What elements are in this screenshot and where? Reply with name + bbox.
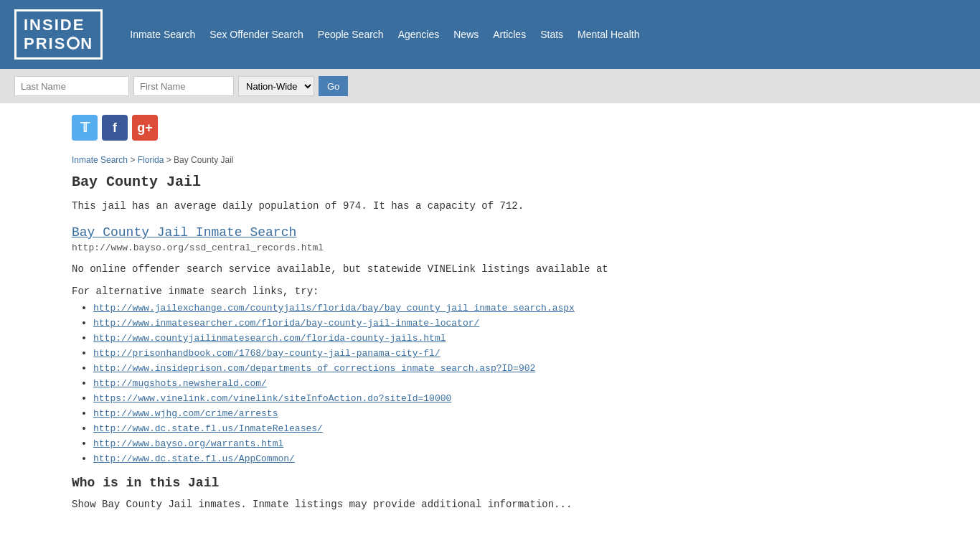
social-icons: 𝕋 f g+: [0, 103, 980, 148]
breadcrumb-current: Bay County Jail: [174, 155, 233, 165]
alt-link-7[interactable]: https://www.vinelink.com/vinelink/siteIn…: [93, 393, 451, 404]
nav-sex-offender-search[interactable]: Sex Offender Search: [204, 26, 308, 43]
inmate-search-url: http://www.bayso.org/ssd_central_records…: [72, 242, 908, 253]
logo-inside-text: INSIDE: [24, 16, 93, 34]
list-item: http://www.dc.state.fl.us/InmateReleases…: [93, 422, 908, 434]
list-item: http://www.bayso.org/warrants.html: [93, 437, 908, 449]
nav-stats[interactable]: Stats: [534, 26, 569, 43]
inmate-search-link[interactable]: Bay County Jail Inmate Search: [72, 225, 296, 240]
main-nav: Inmate Search Sex Offender Search People…: [124, 26, 645, 43]
nav-articles[interactable]: Articles: [487, 26, 532, 43]
googleplus-icon[interactable]: g+: [132, 115, 158, 141]
logo-prison-text: PRISN: [24, 34, 93, 53]
search-go-button[interactable]: Go: [319, 76, 348, 96]
list-item: http://www.inmatesearcher.com/florida/ba…: [93, 316, 908, 329]
list-item: http://www.countyjailinmatesearch.com/fl…: [93, 331, 908, 344]
alt-link-9[interactable]: http://www.dc.state.fl.us/InmateReleases…: [93, 423, 323, 434]
who-section-desc: Show Bay County Jail inmates. Inmate lis…: [72, 497, 908, 512]
alt-link-4[interactable]: http://prisonhandbook.com/1768/bay-count…: [93, 348, 440, 359]
logo-o-icon: [67, 37, 80, 50]
inmate-search-heading: Bay County Jail Inmate Search: [72, 225, 908, 240]
list-item: http://www.jailexchange.com/countyjails/…: [93, 301, 908, 314]
breadcrumb-florida[interactable]: Florida: [138, 155, 164, 165]
alt-link-1[interactable]: http://www.jailexchange.com/countyjails/…: [93, 303, 575, 314]
list-item: http://prisonhandbook.com/1768/bay-count…: [93, 347, 908, 359]
header: INSIDE PRISN Inmate Search Sex Offender …: [0, 0, 980, 69]
breadcrumb-separator-1: >: [130, 155, 137, 165]
list-item: http://mugshots.newsherald.com/: [93, 377, 908, 389]
alt-link-8[interactable]: http://www.wjhg.com/crime/arrests: [93, 408, 278, 419]
twitter-icon[interactable]: 𝕋: [72, 115, 98, 141]
first-name-input[interactable]: [133, 76, 234, 96]
list-item: http://www.insideprison.com/departments_…: [93, 362, 908, 374]
breadcrumb-separator-2: >: [166, 155, 174, 165]
nav-inmate-search[interactable]: Inmate Search: [124, 26, 201, 43]
location-select[interactable]: Nation-Wide: [238, 76, 314, 96]
facebook-icon[interactable]: f: [102, 115, 128, 141]
list-item: http://www.dc.state.fl.us/AppCommon/: [93, 452, 908, 464]
page-title: Bay County Jail: [72, 174, 908, 190]
list-item: https://www.vinelink.com/vinelink/siteIn…: [93, 392, 908, 404]
logo[interactable]: INSIDE PRISN: [14, 9, 103, 60]
nav-news[interactable]: News: [448, 26, 484, 43]
main-content: Inmate Search > Florida > Bay County Jai…: [0, 148, 980, 534]
breadcrumb: Inmate Search > Florida > Bay County Jai…: [72, 155, 908, 165]
alt-link-5[interactable]: http://www.insideprison.com/departments_…: [93, 363, 535, 374]
nav-agencies[interactable]: Agencies: [392, 26, 446, 43]
who-section-title: Who is in this Jail: [72, 476, 908, 490]
nav-mental-health[interactable]: Mental Health: [572, 26, 645, 43]
page-description: This jail has an average daily populatio…: [72, 199, 908, 214]
nav-people-search[interactable]: People Search: [312, 26, 390, 43]
breadcrumb-inmate-search[interactable]: Inmate Search: [72, 155, 128, 165]
alt-link-6[interactable]: http://mugshots.newsherald.com/: [93, 378, 267, 389]
alt-links-intro: For alternative inmate search links, try…: [72, 286, 908, 297]
last-name-input[interactable]: [14, 76, 129, 96]
list-item: http://www.wjhg.com/crime/arrests: [93, 407, 908, 419]
alt-link-2[interactable]: http://www.inmatesearcher.com/florida/ba…: [93, 318, 479, 329]
alt-links-list: http://www.jailexchange.com/countyjails/…: [72, 301, 908, 464]
alt-link-3[interactable]: http://www.countyjailinmatesearch.com/fl…: [93, 333, 446, 344]
alt-link-11[interactable]: http://www.dc.state.fl.us/AppCommon/: [93, 453, 295, 464]
search-bar: Nation-Wide Go: [0, 69, 980, 103]
alt-link-10[interactable]: http://www.bayso.org/warrants.html: [93, 438, 283, 449]
notice-text: No online offender search service availa…: [72, 262, 908, 277]
